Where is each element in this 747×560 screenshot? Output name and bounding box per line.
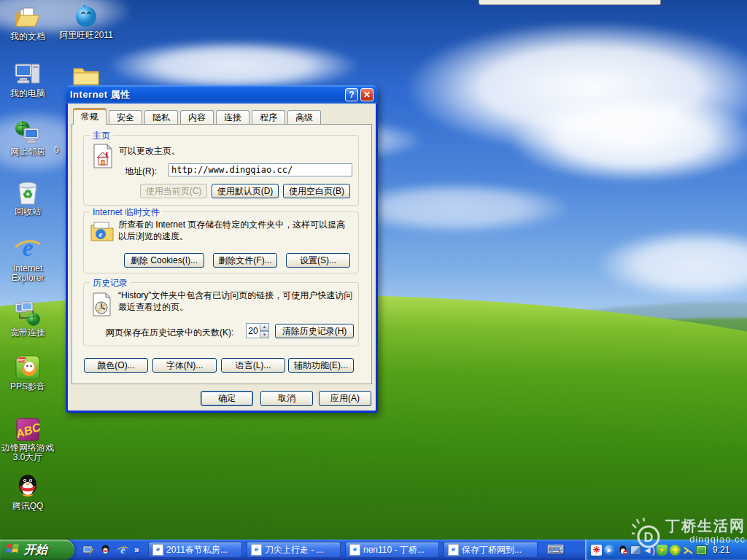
history-days-value[interactable]: 20 xyxy=(246,323,260,338)
colors-button[interactable]: 颜色(O)... xyxy=(84,358,148,373)
desktop-icon-label: PPS影音 xyxy=(0,382,55,392)
languages-button[interactable]: 语言(L)... xyxy=(221,358,285,373)
spinner-up-arrow[interactable]: ▲ xyxy=(260,323,269,331)
homepage-icon xyxy=(91,143,115,173)
svg-text:PPS: PPS xyxy=(18,358,26,362)
tab-general[interactable]: 常规 xyxy=(73,108,107,125)
desktop-icon-label: 回收站 xyxy=(0,207,55,217)
qq-quicklaunch-icon[interactable] xyxy=(99,544,112,556)
tab-advanced[interactable]: 高级 xyxy=(287,110,321,124)
history-days-spinner[interactable]: 20 ▲ ▼ xyxy=(246,323,269,338)
qq-tray-icon[interactable] xyxy=(617,545,628,556)
address-input[interactable] xyxy=(169,163,352,176)
clear-history-button[interactable]: 清除历史记录(H) xyxy=(275,324,354,338)
desktop-icon-recycle-bin[interactable]: ♻ 回收站 xyxy=(0,178,55,217)
recycle-bin-icon: ♻ xyxy=(0,178,55,206)
history-group: 历史记录 “History”文件夹中包含有已访问页的链接，可使用户快速访问最近查… xyxy=(83,282,359,346)
quick-launch-bar: e » xyxy=(82,540,139,560)
taskbar-task-button[interactable]: e 保存丁桥网到... xyxy=(444,542,538,558)
desktop-icon-my-documents[interactable]: 我的文档 xyxy=(0,3,55,42)
qq-penguin-icon xyxy=(0,472,55,500)
taskbar: 开始 e » e 2011春节私房... e 刀尖上行走 - ... xyxy=(0,540,747,560)
covered-icon-label-fragment: 0 xyxy=(54,145,59,155)
apply-button[interactable]: 应用(A) xyxy=(319,391,371,406)
walking-man-tray-icon[interactable]: ⋋ xyxy=(683,545,694,556)
history-group-caption: 历史记录 xyxy=(90,277,131,289)
desktop-icon-label: 腾讯QQ xyxy=(0,502,55,511)
my-documents-icon xyxy=(0,3,55,31)
desktop-icon-pps[interactable]: PPS PPS影音 xyxy=(0,353,55,392)
desktop-icon-broadband[interactable]: 宽带连接 xyxy=(0,299,55,338)
use-default-button[interactable]: 使用默认页(D) xyxy=(212,184,279,198)
task-label: 2011春节私房... xyxy=(166,544,228,556)
desktop-icon-internet-explorer[interactable]: e Internet Explorer xyxy=(0,235,55,283)
blue-orb-tray-icon[interactable]: ▶ xyxy=(604,545,615,556)
show-desktop-icon[interactable] xyxy=(82,544,94,556)
windows-flag-icon xyxy=(6,541,20,559)
desktop-icon-folder[interactable] xyxy=(58,60,114,89)
offscreen-window-edge xyxy=(479,0,661,5)
keyboard-input-icon[interactable]: ⌨ xyxy=(547,542,564,556)
taskbar-task-button[interactable]: e 2011春节私房... xyxy=(148,542,242,558)
folder-icon xyxy=(58,60,114,88)
use-blank-button[interactable]: 使用空白页(B) xyxy=(283,184,350,198)
desktop-icon-aliwangwang[interactable]: 阿里旺旺2011 xyxy=(55,1,117,40)
red-asterisk-tray-icon[interactable]: ✳ xyxy=(591,545,602,556)
history-desc: “History”文件夹中包含有已访问页的链接，可使用户快速访问最近查看过的页。 xyxy=(118,289,355,313)
tab-programs[interactable]: 程序 xyxy=(252,110,285,124)
close-button[interactable]: ✕ xyxy=(360,88,374,101)
address-label: 地址(R): xyxy=(125,166,157,177)
delete-files-button[interactable]: 删除文件(F)... xyxy=(213,253,277,268)
temp-files-group: Internet 临时文件 e 所查看的 Internet 页存储在特定的文件夹… xyxy=(83,211,359,273)
start-button[interactable]: 开始 xyxy=(0,540,74,560)
security-shield-tray-icon[interactable]: ⚡ xyxy=(657,545,667,556)
tab-privacy[interactable]: 隐私 xyxy=(144,110,178,124)
cloud xyxy=(511,95,747,182)
ie-page-icon: e xyxy=(448,544,459,556)
broadband-connection-icon xyxy=(0,299,55,327)
dialog-title: Internet 属性 xyxy=(70,88,343,101)
volume-tray-icon[interactable]: ◄) xyxy=(643,545,654,556)
temp-files-icon: e xyxy=(90,221,115,245)
bianfeng-game-icon: ABC xyxy=(0,414,55,442)
desktop-icon-label: 网上邻居 xyxy=(0,147,55,157)
svg-text:e: e xyxy=(99,230,103,238)
desktop-icon-my-computer[interactable]: 我的电脑 xyxy=(0,60,55,98)
system-tray: ✳ ▶ ◄) ⚡ ✚ ⋋ 9:21 xyxy=(585,540,747,560)
desktop: 我的文档 阿里旺旺2011 我的电脑 网上邻居 0 ♻ 回收站 e xyxy=(0,0,747,560)
svg-text:e: e xyxy=(22,235,33,261)
desktop-icon-label: 我的电脑 xyxy=(0,89,55,98)
antivirus-plus-tray-icon[interactable]: ✚ xyxy=(670,545,681,556)
tab-connections[interactable]: 连接 xyxy=(216,110,249,124)
spinner-down-arrow[interactable]: ▼ xyxy=(260,331,269,339)
task-buttons: e 2011春节私房... e 刀尖上行走 - ... e nen110 - 丁… xyxy=(148,542,538,558)
ie-quicklaunch-icon[interactable]: e xyxy=(117,544,129,556)
help-button[interactable]: ? xyxy=(345,88,358,101)
taskbar-task-button[interactable]: e nen110 - 丁桥... xyxy=(345,542,439,558)
quicklaunch-overflow-chevron[interactable]: » xyxy=(134,545,139,555)
use-current-button[interactable]: 使用当前页(C) xyxy=(140,184,207,198)
desktop-icon-label: 宽带连接 xyxy=(0,328,55,338)
taskbar-task-button[interactable]: e 刀尖上行走 - ... xyxy=(247,542,341,558)
desktop-icon-qq[interactable]: 腾讯QQ xyxy=(0,472,55,511)
my-computer-icon xyxy=(0,60,55,88)
tab-security[interactable]: 安全 xyxy=(109,110,142,124)
history-icon xyxy=(91,292,113,320)
ok-button[interactable]: 确定 xyxy=(201,391,253,406)
desktop-icon-network-places[interactable]: 网上邻居 xyxy=(0,118,55,157)
history-days-label: 网页保存在历史记录中的天数(K): xyxy=(106,327,233,338)
delete-cookies-button[interactable]: 删除 Cookies(I)... xyxy=(124,253,204,268)
tab-content[interactable]: 内容 xyxy=(180,110,214,124)
internet-explorer-icon: e xyxy=(0,235,55,262)
green-app-tray-icon[interactable] xyxy=(696,545,707,556)
network-tray-icon[interactable] xyxy=(630,545,641,556)
desktop-icon-bianfeng[interactable]: ABC 边锋网络游戏 3.0大厅 xyxy=(0,414,55,462)
settings-button[interactable]: 设置(S)... xyxy=(286,253,350,268)
desktop-icon-label: 阿里旺旺2011 xyxy=(55,31,117,40)
cloud xyxy=(109,40,357,91)
cancel-button[interactable]: 取消 xyxy=(260,391,313,406)
fonts-button[interactable]: 字体(N)... xyxy=(152,358,217,373)
accessibility-button[interactable]: 辅助功能(E)... xyxy=(288,358,354,373)
ie-page-icon: e xyxy=(349,544,360,556)
temp-files-desc: 所查看的 Internet 页存储在特定的文件夹中，这样可以提高以后浏览的速度。 xyxy=(118,219,353,242)
